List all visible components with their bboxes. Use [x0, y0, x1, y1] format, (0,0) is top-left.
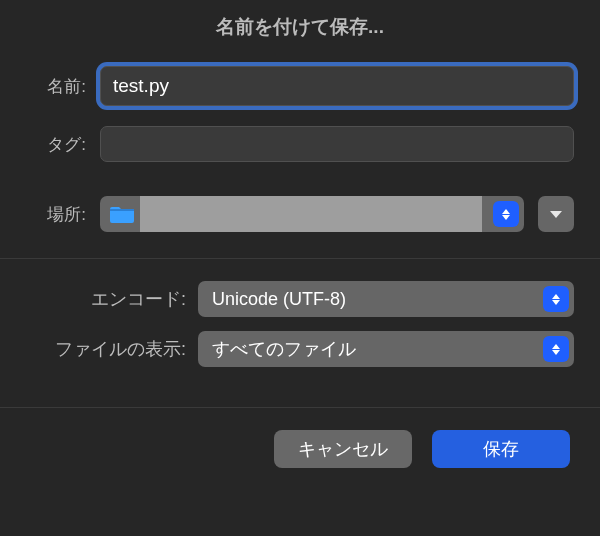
updown-arrows-icon: [543, 286, 569, 312]
file-display-label: ファイルの表示:: [26, 337, 186, 361]
file-display-select[interactable]: すべてのファイル: [198, 331, 574, 367]
tags-label: タグ:: [26, 133, 86, 156]
expand-button[interactable]: [538, 196, 574, 232]
encoding-value: Unicode (UTF-8): [212, 289, 346, 310]
updown-arrows-icon: [493, 201, 519, 227]
chevron-down-icon: [550, 211, 562, 218]
tags-input[interactable]: [100, 126, 574, 162]
location-label: 場所:: [26, 203, 86, 226]
location-row: 場所:: [0, 196, 600, 232]
encoding-row: エンコード: Unicode (UTF-8): [26, 281, 574, 317]
file-display-row: ファイルの表示: すべてのファイル: [26, 331, 574, 367]
updown-arrows-icon: [543, 336, 569, 362]
options-section: エンコード: Unicode (UTF-8) ファイルの表示: すべてのファイル: [0, 259, 600, 407]
cancel-button[interactable]: キャンセル: [274, 430, 412, 468]
buttons-row: キャンセル 保存: [0, 408, 600, 468]
location-select[interactable]: [100, 196, 524, 232]
file-display-value: すべてのファイル: [212, 337, 356, 361]
folder-icon: [110, 205, 134, 223]
dialog-title: 名前を付けて保存...: [0, 0, 600, 66]
encoding-select[interactable]: Unicode (UTF-8): [198, 281, 574, 317]
encoding-label: エンコード:: [26, 287, 186, 311]
name-row: 名前:: [0, 66, 600, 106]
name-label: 名前:: [26, 75, 86, 98]
location-value-masked: [140, 196, 482, 232]
svg-rect-0: [110, 209, 134, 211]
filename-input[interactable]: [100, 66, 574, 106]
save-button[interactable]: 保存: [432, 430, 570, 468]
tags-row: タグ:: [0, 126, 600, 162]
